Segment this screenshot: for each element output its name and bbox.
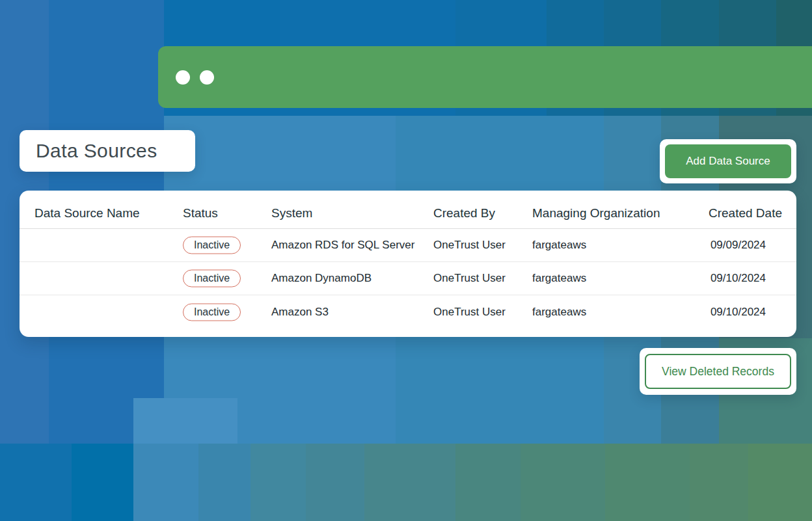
created-date-cell: 09/10/2024 (710, 306, 766, 319)
column-header-managing-organization: Managing Organization (532, 206, 660, 220)
page-title-card: Data Sources (20, 130, 195, 172)
managing-org-cell: fargateaws (532, 239, 586, 252)
column-header-status: Status (183, 206, 218, 220)
status-badge: Inactive (183, 270, 241, 287)
table-row[interactable]: Inactive Amazon RDS for SQL Server OneTr… (20, 229, 796, 262)
status-cell: Inactive (183, 270, 241, 287)
system-cell: Amazon DynamoDB (271, 272, 372, 285)
status-cell: Inactive (183, 237, 241, 254)
status-badge: Inactive (183, 237, 241, 254)
page-title: Data Sources (20, 140, 157, 162)
table-row[interactable]: Inactive Amazon DynamoDB OneTrust User f… (20, 262, 796, 295)
created-by-cell: OneTrust User (433, 239, 506, 252)
column-header-system: System (271, 206, 312, 220)
managing-org-cell: fargateaws (532, 306, 586, 319)
add-data-source-button[interactable]: Add Data Source (665, 144, 791, 178)
window-dot (176, 70, 190, 85)
created-date-cell: 09/09/2024 (710, 239, 766, 252)
system-cell: Amazon RDS for SQL Server (271, 239, 414, 252)
created-by-cell: OneTrust User (433, 306, 506, 319)
table-row[interactable]: Inactive Amazon S3 OneTrust User fargate… (20, 295, 796, 328)
window-dot (200, 70, 214, 85)
column-header-data-source-name: Data Source Name (34, 206, 140, 220)
system-cell: Amazon S3 (271, 306, 329, 319)
add-data-source-container: Add Data Source (660, 139, 796, 183)
table-header-row: Data Source Name Status System Created B… (20, 191, 796, 229)
view-deleted-records-button[interactable]: View Deleted Records (645, 354, 791, 389)
column-header-created-by: Created By (433, 206, 495, 220)
created-date-cell: 09/10/2024 (710, 272, 766, 285)
created-by-cell: OneTrust User (433, 272, 506, 285)
page: Data Sources Add Data Source Data Source… (0, 0, 812, 521)
column-header-created-date: Created Date (709, 206, 782, 220)
status-cell: Inactive (183, 303, 241, 321)
window-title-bar (158, 46, 812, 108)
view-deleted-records-container: View Deleted Records (640, 348, 796, 395)
status-badge: Inactive (183, 303, 241, 321)
data-sources-table-card: Data Source Name Status System Created B… (20, 191, 796, 337)
managing-org-cell: fargateaws (532, 272, 586, 285)
